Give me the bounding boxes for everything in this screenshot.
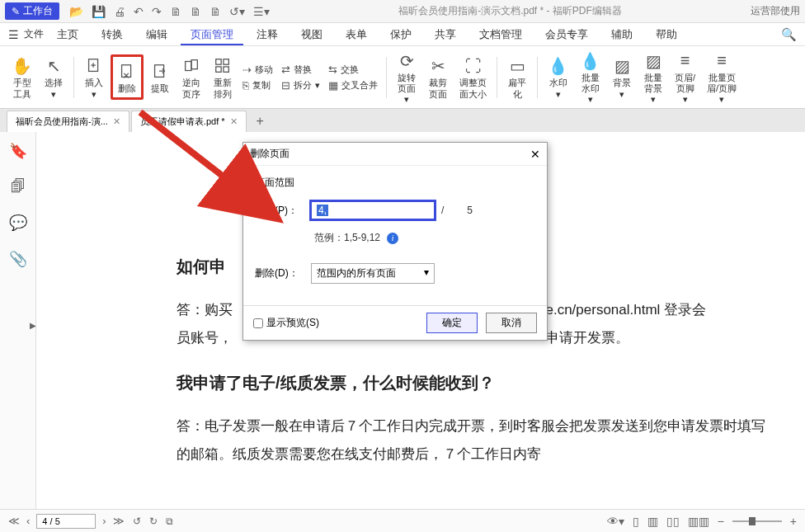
- svg-rect-10: [224, 59, 228, 64]
- ribbon-hand[interactable]: ✋ 手型 工具: [7, 51, 37, 102]
- ribbon-extract[interactable]: 提取: [145, 57, 175, 97]
- tab-1-label: 福昕会员使用指南-演...: [16, 115, 108, 128]
- menu-member[interactable]: 会员专享: [535, 24, 598, 45]
- doc2-icon[interactable]: 🗎: [190, 5, 201, 18]
- ok-button[interactable]: 确定: [426, 313, 478, 333]
- background-icon: ▨: [614, 54, 630, 78]
- tab-1[interactable]: 福昕会员使用指南-演... ✕: [7, 111, 129, 132]
- swap-icon: ⇆: [328, 64, 337, 76]
- history-back-icon[interactable]: ↺: [133, 516, 141, 527]
- ribbon-replace[interactable]: ⇄替换: [280, 63, 322, 77]
- menu-file[interactable]: ☰ 文件: [8, 27, 44, 41]
- ribbon-move[interactable]: ⇢移动: [241, 63, 275, 77]
- comment-icon[interactable]: 💬: [9, 214, 27, 232]
- window-title: 福昕会员使用指南-演示文档.pdf * - 福昕PDF编辑器: [270, 4, 751, 18]
- menu-edit[interactable]: 编辑: [136, 24, 177, 45]
- undo-icon[interactable]: ↶: [134, 5, 144, 18]
- pages-icon[interactable]: 🗐: [11, 178, 26, 195]
- ribbon-swap[interactable]: ⇆交换: [327, 63, 379, 77]
- dialog-title-text: 删除页面: [250, 147, 290, 161]
- prev-page-icon[interactable]: ‹: [26, 515, 30, 527]
- zoom-slider[interactable]: [732, 520, 782, 522]
- menu-convert[interactable]: 转换: [92, 24, 133, 45]
- print-icon[interactable]: 🖨: [114, 5, 125, 18]
- open-icon[interactable]: 📂: [69, 5, 83, 18]
- doc1-icon[interactable]: 🗎: [170, 5, 181, 18]
- svg-rect-9: [216, 59, 221, 64]
- menu-assist[interactable]: 辅助: [601, 24, 643, 45]
- close-icon[interactable]: ✕: [230, 116, 238, 127]
- menu-comment[interactable]: 注释: [247, 24, 288, 45]
- ribbon-crop[interactable]: ✂ 裁剪 页面: [423, 51, 453, 102]
- delete-scope-select[interactable]: 范围内的所有页面 ▾: [311, 263, 435, 284]
- first-page-icon[interactable]: ≪: [8, 515, 20, 527]
- menu-view[interactable]: 视图: [291, 24, 332, 45]
- ribbon-insert[interactable]: 插入▾: [79, 51, 109, 102]
- last-page-icon[interactable]: ≫: [113, 515, 125, 527]
- page-number-input[interactable]: [36, 514, 96, 529]
- view-facing-cont-icon[interactable]: ▥▥: [688, 515, 709, 528]
- ribbon-flatten[interactable]: ▭ 扁平 化: [502, 51, 532, 102]
- ribbon-delete[interactable]: 删除: [111, 54, 144, 100]
- page-input[interactable]: 4,: [311, 201, 435, 219]
- workbench-badge[interactable]: ✎ 工作台: [5, 2, 59, 20]
- svg-rect-7: [186, 62, 191, 71]
- close-icon[interactable]: ✕: [113, 116, 120, 127]
- doc3-icon[interactable]: 🗎: [209, 5, 221, 18]
- extract-icon: [151, 60, 169, 83]
- ribbon-select[interactable]: ↖ 选择▾: [39, 51, 68, 102]
- dialog-close-icon[interactable]: ✕: [530, 148, 540, 161]
- eye-icon[interactable]: 👁▾: [607, 515, 624, 528]
- cancel-button[interactable]: 取消: [486, 313, 537, 333]
- view-facing-icon[interactable]: ▯▯: [666, 515, 680, 528]
- ribbon-merge[interactable]: ▦交叉合并: [327, 78, 379, 92]
- ribbon-copy[interactable]: ⎘复制: [241, 78, 275, 92]
- redo-icon[interactable]: ↷: [152, 5, 162, 18]
- header-footer-icon: ≡: [680, 49, 690, 73]
- hand-back-icon[interactable]: ↺▾: [229, 5, 245, 18]
- ribbon-header-footer[interactable]: ≡ 页眉/ 页脚▾: [670, 46, 700, 109]
- menu-help[interactable]: 帮助: [646, 24, 687, 45]
- menu-page-manage[interactable]: 页面管理: [181, 24, 243, 45]
- menu-protect[interactable]: 保护: [380, 24, 421, 45]
- bookmark-icon[interactable]: 🔖: [9, 142, 27, 160]
- attachment-icon[interactable]: 📎: [9, 250, 27, 268]
- zoom-out-icon[interactable]: −: [718, 515, 724, 528]
- ribbon-split[interactable]: ⊟拆分 ▾: [280, 78, 322, 92]
- history-fwd-icon[interactable]: ↻: [149, 516, 158, 527]
- save-icon[interactable]: 💾: [92, 5, 106, 18]
- merge-icon: ▦: [328, 79, 338, 92]
- expand-icon[interactable]: ▶: [30, 321, 36, 330]
- menu-share[interactable]: 共享: [425, 24, 466, 45]
- ribbon-reverse[interactable]: 逆向 页序: [177, 51, 206, 102]
- preview-checkbox[interactable]: 显示预览(S): [253, 316, 319, 330]
- svg-rect-12: [224, 67, 228, 72]
- quick-access-toolbar: 📂 💾 🖨 ↶ ↷ 🗎 🗎 🗎 ↺▾ ☰▾: [69, 5, 270, 18]
- batch-header-footer-icon: ≡: [717, 49, 727, 73]
- doc-heading-2: 我申请了电子/纸质发票，什么时候能收到？: [177, 372, 772, 394]
- next-page-icon[interactable]: ›: [102, 515, 106, 527]
- menu-docmgmt[interactable]: 文档管理: [469, 24, 532, 45]
- ribbon-resize[interactable]: ⛶ 调整页 面大小: [454, 51, 492, 102]
- search-icon[interactable]: 🔍: [781, 27, 797, 42]
- preview-checkbox-input[interactable]: [253, 318, 263, 328]
- view-continuous-icon[interactable]: ▥: [647, 515, 658, 528]
- ribbon-batch-background[interactable]: ▨ 批量 背景▾: [638, 46, 668, 109]
- menu-home[interactable]: 主页: [47, 24, 88, 45]
- menu-form[interactable]: 表单: [336, 24, 377, 45]
- ribbon-watermark[interactable]: 💧 水印▾: [543, 51, 573, 102]
- multiwin-icon[interactable]: ⧉: [166, 516, 173, 527]
- ribbon-batch-header-footer[interactable]: ≡ 批量页 眉/页脚▾: [702, 46, 741, 109]
- tab-add[interactable]: +: [248, 111, 272, 132]
- ribbon-batch-watermark[interactable]: 💧 批量 水印▾: [575, 46, 605, 109]
- hand-forward-icon[interactable]: ☰▾: [253, 5, 270, 18]
- total-pages: 5: [467, 205, 473, 216]
- zoom-in-icon[interactable]: +: [790, 515, 797, 528]
- ribbon-background[interactable]: ▨ 背景▾: [607, 51, 637, 102]
- info-icon[interactable]: i: [387, 233, 398, 244]
- view-single-icon[interactable]: ▯: [633, 515, 639, 528]
- menu-file-label: 文件: [24, 27, 44, 41]
- ribbon-rearrange[interactable]: 重新 排列: [208, 51, 238, 102]
- ribbon-rotate[interactable]: ⟳ 旋转 页面▾: [392, 46, 421, 109]
- tab-2[interactable]: 员工请假申请表.pdf * ✕: [131, 111, 247, 132]
